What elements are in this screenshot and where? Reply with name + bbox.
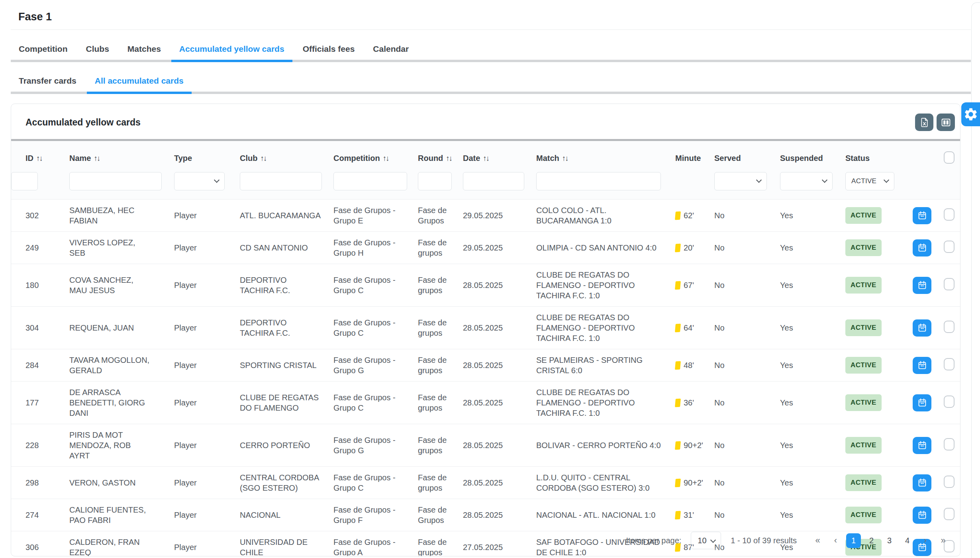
card-calendar-button[interactable] <box>913 507 931 524</box>
column-chooser-button[interactable] <box>937 114 955 131</box>
cell-actions <box>913 349 944 382</box>
yellow-card-icon <box>675 478 681 487</box>
cell-suspended: Yes <box>780 264 845 307</box>
cell-status: ACTIVE <box>845 307 913 349</box>
filter-date-input[interactable] <box>463 172 524 190</box>
minute-value: 48' <box>684 360 694 370</box>
sort-icon[interactable]: ↑↓ <box>260 154 266 163</box>
filter-type-select[interactable] <box>174 172 225 190</box>
filter-competition-input[interactable] <box>333 172 407 190</box>
cell-date: 28.05.2025 <box>463 467 536 499</box>
page-button-3[interactable]: 3 <box>882 533 897 548</box>
row-checkbox[interactable] <box>944 438 955 450</box>
sort-icon[interactable]: ↑↓ <box>562 154 568 163</box>
previous-page-button[interactable]: ‹ <box>828 533 843 548</box>
filter-club-input[interactable] <box>240 172 322 190</box>
filter-served-select[interactable] <box>714 172 767 190</box>
items-per-page-select[interactable]: 10 <box>691 532 721 549</box>
card-calendar-button[interactable] <box>913 394 931 411</box>
column-label: Round <box>418 154 443 163</box>
cell-id: 180 <box>11 264 69 307</box>
tab-officials-fees[interactable]: Officials fees <box>295 38 363 60</box>
sort-icon[interactable]: ↑↓ <box>383 154 389 163</box>
cell-status: ACTIVE <box>845 424 913 467</box>
filter-round-input[interactable] <box>418 172 452 190</box>
card-calendar-button[interactable] <box>913 357 931 374</box>
cell-match: CLUBE DE REGATAS DO FLAMENGO - DEPORTIVO… <box>536 307 675 349</box>
cell-round: Fase de grupos <box>418 382 463 424</box>
tab-matches[interactable]: Matches <box>120 38 169 60</box>
column-header-club[interactable]: Club↑↓ <box>240 141 333 167</box>
cell-suspended: Yes <box>780 307 845 349</box>
tab-clubs[interactable]: Clubs <box>78 38 117 60</box>
card-calendar-button[interactable] <box>913 474 931 491</box>
row-checkbox[interactable] <box>944 208 955 221</box>
card-calendar-button[interactable] <box>913 239 931 256</box>
select-all-checkbox[interactable] <box>944 151 955 164</box>
last-page-button[interactable]: » <box>936 533 951 548</box>
cell-name: VERON, GASTON <box>69 467 174 499</box>
cell-competition: Fase de Grupos - Grupo E <box>333 200 418 232</box>
next-page-button[interactable]: › <box>918 533 933 548</box>
cell-competition: Fase de Grupos - Grupo C <box>333 307 418 349</box>
filter-id-input[interactable] <box>11 172 38 190</box>
sort-icon[interactable]: ↑↓ <box>94 154 100 163</box>
card-calendar-button[interactable] <box>913 437 931 454</box>
header-row: ID↑↓Name↑↓TypeClub↑↓Competition↑↓Round↑↓… <box>11 141 960 167</box>
sort-icon[interactable]: ↑↓ <box>483 154 489 163</box>
column-header-round[interactable]: Round↑↓ <box>418 141 463 167</box>
minute-value: 20' <box>684 243 694 253</box>
tab-competition[interactable]: Competition <box>11 38 75 60</box>
cell-select <box>944 200 960 232</box>
filter-suspended-select[interactable] <box>780 172 833 190</box>
sort-icon[interactable]: ↑↓ <box>446 154 452 163</box>
export-excel-button[interactable] <box>915 114 933 131</box>
page-button-4[interactable]: 4 <box>900 533 915 548</box>
column-header-competition[interactable]: Competition↑↓ <box>333 141 418 167</box>
table-row: 180 COVA SANCHEZ, MAU JESUS Player DEPOR… <box>11 264 960 307</box>
card-calendar-button[interactable] <box>913 207 931 224</box>
column-header-id[interactable]: ID↑↓ <box>11 141 69 167</box>
cell-select <box>944 349 960 382</box>
filter-status-select[interactable]: ACTIVE <box>845 172 894 190</box>
filter-name-input[interactable] <box>69 172 162 190</box>
filter-match-input[interactable] <box>536 172 661 190</box>
card-calendar-button[interactable] <box>913 277 931 294</box>
cell-match: CLUBE DE REGATAS DO FLAMENGO - DEPORTIVO… <box>536 264 675 307</box>
row-checkbox[interactable] <box>944 321 955 333</box>
tab-calendar[interactable]: Calendar <box>365 38 417 60</box>
cell-club: SPORTING CRISTAL <box>240 349 333 382</box>
sort-icon[interactable]: ↑↓ <box>36 154 42 163</box>
page-button-2[interactable]: 2 <box>864 533 879 548</box>
cell-actions <box>913 382 944 424</box>
row-checkbox[interactable] <box>944 476 955 488</box>
calendar-icon <box>917 243 927 253</box>
row-checkbox[interactable] <box>944 241 955 253</box>
column-header-date[interactable]: Date↑↓ <box>463 141 536 167</box>
cell-minute: 20' <box>675 232 714 264</box>
first-page-button[interactable]: « <box>810 533 825 548</box>
cell-date: 28.05.2025 <box>463 424 536 467</box>
row-checkbox[interactable] <box>944 508 955 520</box>
row-checkbox[interactable] <box>944 278 955 290</box>
tab-track <box>11 60 971 62</box>
column-header-match[interactable]: Match↑↓ <box>536 141 675 167</box>
cell-id: 177 <box>11 382 69 424</box>
card-calendar-button[interactable] <box>913 319 931 337</box>
tab-accumulated-yellow-cards[interactable]: Accumulated yellow cards <box>171 38 292 60</box>
cell-suspended: Yes <box>780 349 845 382</box>
column-header-name[interactable]: Name↑↓ <box>69 141 174 167</box>
calendar-icon <box>917 210 927 221</box>
cell-match: SE PALMEIRAS - SPORTING CRISTAL 6:0 <box>536 349 675 382</box>
cell-served: No <box>714 349 780 382</box>
cell-match: L.D.U. QUITO - CENTRAL CORDOBA (SGO ESTE… <box>536 467 675 499</box>
page-button-1[interactable]: 1 <box>846 533 861 548</box>
table-row: 302 SAMBUEZA, HEC FABIAN Player ATL. BUC… <box>11 200 960 232</box>
items-per-page-value: 10 <box>698 536 706 545</box>
row-checkbox[interactable] <box>944 395 955 408</box>
settings-fab-button[interactable] <box>961 102 980 126</box>
subtab-all-accumulated-cards[interactable]: All accumulated cards <box>87 70 192 92</box>
row-checkbox[interactable] <box>944 358 955 370</box>
subtab-transfer-cards[interactable]: Transfer cards <box>11 70 84 92</box>
cell-suspended: Yes <box>780 200 845 232</box>
